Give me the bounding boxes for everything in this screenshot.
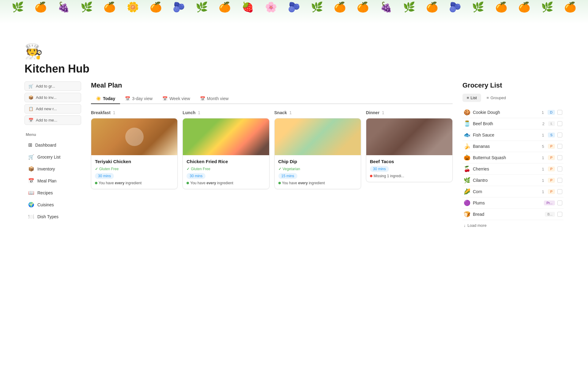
grocery-item-name-bread: Bread [473, 212, 534, 217]
load-more-button[interactable]: ↓ Load more [462, 220, 564, 231]
grocery-tab-list[interactable]: ≡ List [462, 94, 481, 102]
beeftacos-status: Missing 1 ingredi... [370, 174, 449, 178]
3day-label: 3-day view [132, 96, 153, 101]
recipe-icon: 📋 [28, 107, 33, 111]
lunch-title: Lunch 1 [183, 110, 269, 115]
grocery-item-tag-bananas: P [548, 144, 555, 149]
grocery-item-icon-bananas: 🍌 [464, 143, 470, 150]
grocery-item-tag-cherries: P [548, 167, 555, 171]
beef-tacos-image [366, 118, 452, 155]
sidebar-item-cuisines[interactable]: 🌍 Cuisines [24, 200, 81, 210]
add-to-menu-button[interactable]: 📅 Add to me... [24, 115, 81, 125]
grocery-item-name-cookie-dough: Cookie Dough [473, 110, 537, 115]
grocery-view-tabs: ≡ List ≡ Grouped [462, 94, 564, 102]
grocery-item-qty-butternut-squash: 1 [539, 155, 544, 160]
grocery-item-tag-butternut-squash: P [548, 155, 555, 160]
add-new-recipe-button[interactable]: 📋 Add new r... [24, 104, 81, 114]
grocery-item-cookie-dough: 🍪 Cookie Dough 1 D [462, 107, 564, 118]
grocery-item-icon-plums: 🟣 [464, 200, 470, 206]
grocery-list-label: Grocery List [37, 155, 60, 159]
recipes-label: Recipes [37, 190, 53, 195]
teriyaki-chicken-card[interactable]: Teriyaki Chicken ✓ Gluten Free 30 mins Y… [91, 118, 178, 189]
dashboard-icon: ⊞ [28, 142, 32, 148]
add-to-inventory-button[interactable]: 📦 Add to inv... [24, 93, 81, 102]
menu-section-title: Menu [24, 132, 81, 137]
grocery-item-checkbox-plums[interactable] [557, 200, 562, 205]
grocery-item-beef-broth: 🫙 Beef Broth 2 I. [462, 118, 564, 129]
grouped-tab-label: Grouped [490, 95, 506, 100]
chicken-fried-rice-card[interactable]: Chicken Fried Rice ✓ Gluten Free 30 mins… [183, 118, 269, 189]
tab-month[interactable]: 📅 Month view [195, 94, 234, 104]
inventory-menu-icon: 📦 [28, 166, 34, 172]
grocery-item-qty-bananas: 5 [539, 144, 544, 149]
grocery-item-icon-butternut-squash: 🎃 [464, 154, 470, 161]
menu-icon: 📅 [28, 118, 33, 122]
grocery-item-tag-corn: P [548, 189, 555, 194]
grocery-item-tag-cookie-dough: D [548, 110, 555, 115]
grocery-item-tag-plums: Pr... [544, 200, 555, 205]
sidebar-item-meal-plan[interactable]: 📅 Meal Plan [24, 176, 81, 186]
beeftacos-time: 30 mins [370, 166, 389, 172]
grocery-item-tag-bread: B... [545, 212, 555, 217]
grocery-item-qty-fish-sauce: 1 [539, 133, 544, 137]
grocery-item-icon-cherries: 🍒 [464, 166, 470, 172]
fruit-decoration: 🌿🍊🍇🌿🍊 🌼🍊🫐🌿🍊 🍓🌸🫐🌿🍊 🍊🍇🌿🍊🫐 🌿🍊🍊🌿🍊 [0, 0, 588, 14]
dashboard-label: Dashboard [35, 143, 56, 148]
grocery-item-bread: 🍞 Bread B... [462, 209, 564, 220]
lunch-count: 1 [198, 110, 200, 115]
grocery-icon: 🛒 [28, 84, 33, 88]
3day-icon: 📅 [125, 96, 130, 101]
chipdip-tag: ✓ Vegetarian [278, 167, 300, 171]
chicken-fried-rice-image [183, 118, 269, 155]
tab-today[interactable]: ☀️ Today [91, 94, 120, 104]
chip-dip-title: Chip Dip [278, 159, 357, 164]
add-recipe-label: Add new r... [36, 107, 57, 111]
grocery-item-icon-beef-broth: 🫙 [464, 120, 470, 127]
teriyaki-tag: ✓ Gluten Free [95, 167, 119, 171]
dish-types-label: Dish Types [37, 214, 58, 219]
grocery-item-name-butternut-squash: Butternut Squash [473, 155, 537, 160]
grocery-item-checkbox-cilantro[interactable] [557, 178, 562, 183]
grocery-item-checkbox-bananas[interactable] [557, 144, 562, 149]
sidebar-item-dashboard[interactable]: ⊞ Dashboard [24, 140, 81, 150]
grocery-item-cilantro: 🌿 Cilantro 1 P [462, 175, 564, 186]
dinner-column: Dinner 1 Beef Tacos 30 mins Missing 1 in… [366, 110, 453, 189]
week-icon: 📅 [162, 96, 168, 101]
grocery-item-bananas: 🍌 Bananas 5 P [462, 141, 564, 152]
grocery-item-checkbox-bread[interactable] [557, 212, 562, 217]
grocery-item-checkbox-corn[interactable] [557, 189, 562, 194]
load-more-label: Load more [468, 223, 487, 228]
teriyaki-chicken-image [91, 118, 177, 155]
fruit-banner: 🌿🍊🍇🌿🍊 🌼🍊🫐🌿🍊 🍓🌸🫐🌿🍊 🍊🍇🌿🍊🫐 🌿🍊🍊🌿🍊 [0, 0, 588, 34]
grocery-panel: Grocery List ≡ List ≡ Grouped 🍪 Cookie D… [462, 81, 564, 231]
beef-tacos-card[interactable]: Beef Tacos 30 mins Missing 1 ingredi... [366, 118, 453, 182]
grocery-item-checkbox-butternut-squash[interactable] [557, 155, 562, 160]
lunch-column: Lunch 1 Chicken Fried Rice ✓ Gluten Free… [183, 110, 269, 189]
teriyaki-chicken-title: Teriyaki Chicken [95, 159, 174, 164]
tab-3day[interactable]: 📅 3-day view [120, 94, 157, 104]
grocery-item-name-fish-sauce: Fish Sauce [473, 133, 537, 137]
dish-types-icon: 🍽️ [28, 214, 34, 219]
beeftacos-status-dot [370, 175, 372, 177]
teriyaki-status-dot [95, 182, 97, 184]
grocery-item-butternut-squash: 🎃 Butternut Squash 1 P [462, 152, 564, 163]
chip-dip-card[interactable]: Chip Dip ✓ Vegetarian 15 mins You have e… [274, 118, 361, 189]
grocery-item-qty-cookie-dough: 1 [539, 110, 544, 115]
sidebar-item-recipes[interactable]: 📖 Recipes [24, 188, 81, 198]
sidebar-item-dish-types[interactable]: 🍽️ Dish Types [24, 212, 81, 222]
grocery-item-tag-cilantro: P [548, 178, 555, 183]
sidebar-item-inventory[interactable]: 📦 Inventory [24, 164, 81, 174]
add-inventory-label: Add to inv... [36, 95, 57, 100]
month-icon: 📅 [200, 96, 205, 101]
grocery-item-checkbox-beef-broth[interactable] [557, 121, 562, 126]
grocery-item-tag-fish-sauce: S [548, 133, 555, 137]
add-to-grocery-button[interactable]: 🛒 Add to gr... [24, 81, 81, 91]
tab-week[interactable]: 📅 Week view [157, 94, 195, 104]
grocery-item-name-bananas: Bananas [473, 144, 537, 149]
breakfast-title: Breakfast 1 [91, 110, 178, 115]
grocery-item-checkbox-cherries[interactable] [557, 167, 562, 171]
sidebar-item-grocery-list[interactable]: 🛒 Grocery List [24, 152, 81, 162]
grocery-item-checkbox-cookie-dough[interactable] [557, 110, 562, 115]
grocery-item-checkbox-fish-sauce[interactable] [557, 133, 562, 137]
grocery-tab-grouped[interactable]: ≡ Grouped [482, 94, 510, 102]
